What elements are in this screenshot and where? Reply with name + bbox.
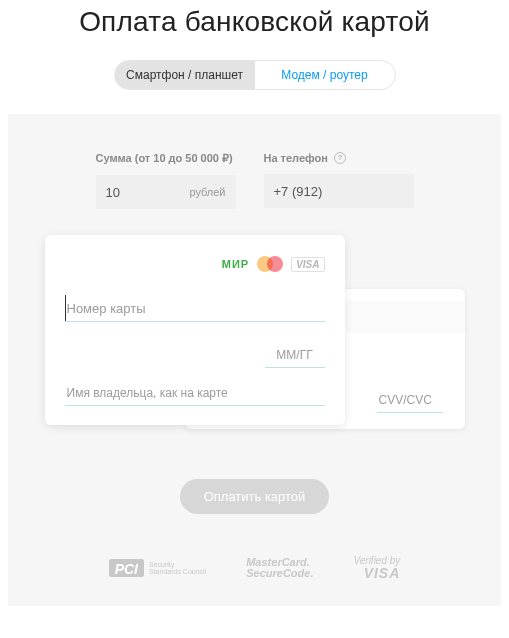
amount-label: Сумма (от 10 до 50 000 ₽) — [96, 152, 233, 165]
phone-label: На телефон ? — [264, 152, 346, 164]
pay-button[interactable]: Оплатить картой — [180, 479, 330, 514]
amount-group: Сумма (от 10 до 50 000 ₽) рублей — [96, 152, 236, 209]
amount-input[interactable] — [106, 185, 166, 200]
tab-smartphone[interactable]: Смартфон / планшет — [115, 61, 255, 89]
mastercard-logo-icon — [257, 256, 283, 272]
security-logos: PCI Security Standards Council MasterCar… — [8, 556, 501, 580]
amount-suffix: рублей — [189, 186, 225, 198]
vbv-line2: VISA — [364, 565, 401, 581]
card-expiry-input[interactable] — [265, 344, 325, 368]
card-number-input[interactable] — [65, 297, 325, 322]
phone-group: На телефон ? — [264, 152, 414, 209]
card-brand-row: МИР VISA — [65, 253, 325, 275]
pci-badge-icon: PCI — [109, 559, 144, 577]
phone-input[interactable] — [274, 184, 404, 199]
mastercard-securecode-logo: MasterCard. SecureCode. — [246, 557, 313, 579]
pci-text-2: Standards Council — [149, 568, 206, 575]
amount-box: рублей — [96, 175, 236, 209]
cards-area: МИР VISA — [45, 235, 465, 441]
pci-logo: PCI Security Standards Council — [109, 559, 207, 577]
tab-modem[interactable]: Модем / роутер — [255, 61, 395, 89]
mcsc-line2: SecureCode. — [246, 567, 313, 579]
cursor-caret — [65, 295, 66, 321]
card-holder-input[interactable] — [65, 382, 325, 406]
verified-by-visa-logo: Verified by VISA — [353, 556, 400, 580]
device-tabs: Смартфон / планшет Модем / роутер — [114, 60, 396, 90]
payment-panel: Сумма (от 10 до 50 000 ₽) рублей На теле… — [8, 114, 501, 606]
cvv-input[interactable] — [377, 389, 443, 413]
mir-logo-icon: МИР — [222, 258, 249, 270]
phone-label-text: На телефон — [264, 152, 328, 164]
help-icon[interactable]: ? — [334, 152, 346, 164]
phone-box — [264, 174, 414, 208]
pci-text-1: Security — [149, 561, 174, 568]
card-front: МИР VISA — [45, 235, 345, 425]
page-title: Оплата банковской картой — [0, 0, 509, 60]
visa-logo-icon: VISA — [291, 257, 324, 272]
